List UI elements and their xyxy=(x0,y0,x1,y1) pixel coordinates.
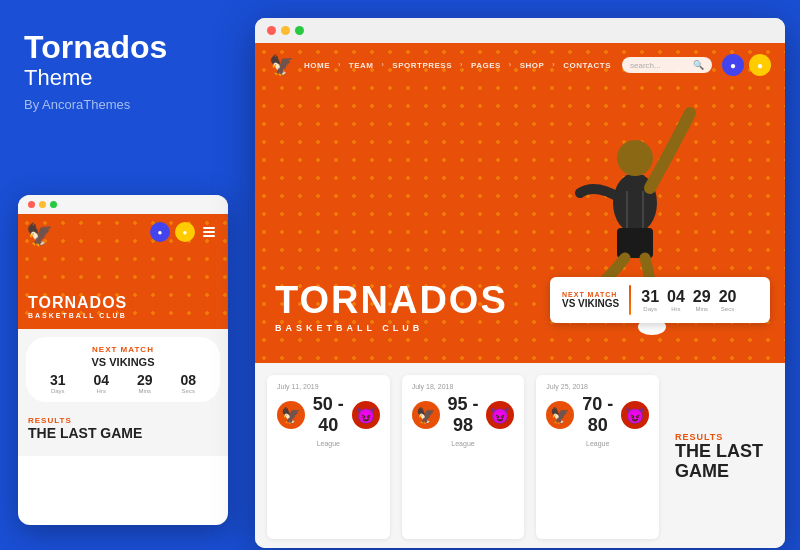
nav-link-sep0: › xyxy=(338,61,341,70)
mobile-nav-icon-yellow: ● xyxy=(175,222,195,242)
team-badge-vikings-1: 😈 xyxy=(352,401,380,429)
desktop-hero: 🦅 HOME › TEAM › SPORTPRESS › PAGES › SHO… xyxy=(255,43,785,363)
mobile-nav-icons: ● ● xyxy=(150,222,218,242)
desktop-nav: 🦅 HOME › TEAM › SPORTPRESS › PAGES › SHO… xyxy=(255,43,785,87)
desktop-nm-left: NEXT MATCH VS VIKINGS xyxy=(562,291,619,309)
brand-by: By AncoraThemes xyxy=(24,97,216,112)
hero-content: TORNADOS BASKETBALL CLUB xyxy=(275,281,508,333)
nav-link-sep4: › xyxy=(552,61,555,70)
nav-link-sep2: › xyxy=(460,61,463,70)
search-placeholder: search... xyxy=(630,61,688,70)
mobile-countdown-mins: 29 Mins xyxy=(137,372,153,394)
nav-link-team[interactable]: TEAM xyxy=(349,61,374,70)
desktop-nm-mins: 29 Mins xyxy=(693,288,711,312)
team-badge-tornados-1: 🦅 xyxy=(277,401,305,429)
mobile-countdown-secs: 08 Secs xyxy=(180,372,196,394)
nav-blue-icon[interactable]: ● xyxy=(722,54,744,76)
desktop-nm-countdown: 31 Days 04 Hrs 29 Mins 20 Secs xyxy=(641,288,736,312)
desktop-nav-links: HOME › TEAM › SPORTPRESS › PAGES › SHOP … xyxy=(304,61,612,70)
result-card-1: July 11, 2019 🦅 50 - 40 😈 League xyxy=(267,375,390,539)
desktop-logo: 🦅 xyxy=(269,53,294,77)
desktop-results-area: July 11, 2019 🦅 50 - 40 😈 League July 18… xyxy=(255,363,785,548)
nav-link-pages[interactable]: PAGES xyxy=(471,61,501,70)
hamburger-icon[interactable] xyxy=(200,223,218,241)
brand-subtitle: Theme xyxy=(24,65,216,91)
nav-link-sep3: › xyxy=(509,61,512,70)
result-card-3: July 25, 2018 🦅 70 - 80 😈 League xyxy=(536,375,659,539)
desktop-next-match-widget: NEXT MATCH VS VIKINGS 31 Days 04 Hrs 29 … xyxy=(550,277,770,323)
nav-yellow-icon[interactable]: ● xyxy=(749,54,771,76)
hero-subtitle: BASKETBALL CLUB xyxy=(275,323,508,333)
desktop-nm-divider xyxy=(629,285,631,315)
nav-link-home[interactable]: HOME xyxy=(304,61,330,70)
mobile-nav-icon-blue: ● xyxy=(150,222,170,242)
search-icon[interactable]: 🔍 xyxy=(693,60,704,70)
mobile-next-match: NEXT MATCH VS VIKINGS 31 Days 04 Hrs 29 … xyxy=(26,337,220,402)
desktop-dot-yellow xyxy=(281,26,290,35)
nav-link-contacts[interactable]: CONTACTS xyxy=(563,61,611,70)
desktop-dot-green xyxy=(295,26,304,35)
mobile-countdown-days: 31 Days xyxy=(50,372,66,394)
desktop-nm-secs: 20 Secs xyxy=(719,288,737,312)
mobile-dot-green xyxy=(50,201,57,208)
result-score-row-2: 🦅 95 - 98 😈 xyxy=(412,394,515,436)
left-panel: Tornados Theme By AncoraThemes ● ● 🦅 TOR… xyxy=(0,0,240,550)
mobile-hero: ● ● 🦅 TORNADOS BASKETBALL CLUB xyxy=(18,214,228,329)
desktop-dot-red xyxy=(267,26,276,35)
mobile-countdown: 31 Days 04 Hrs 29 Mins 08 Secs xyxy=(36,372,210,394)
mobile-countdown-hrs: 04 Hrs xyxy=(93,372,109,394)
nav-link-shop[interactable]: SHOP xyxy=(520,61,545,70)
desktop-nav-icons-right: ● ● xyxy=(722,54,771,76)
nav-link-sportpress[interactable]: SPORTPRESS xyxy=(392,61,452,70)
desktop-nm-days: 31 Days xyxy=(641,288,659,312)
desktop-titlebar xyxy=(255,18,785,43)
last-game-card: RESULTS THE LAST GAME xyxy=(665,363,785,548)
mobile-team-title: TORNADOS BASKETBALL CLUB xyxy=(28,294,127,319)
result-score-row-3: 🦅 70 - 80 😈 xyxy=(546,394,649,436)
hero-title: TORNADOS xyxy=(275,281,508,319)
team-badge-vikings-3: 😈 xyxy=(621,401,649,429)
desktop-nm-hrs: 04 Hrs xyxy=(667,288,685,312)
desktop-search[interactable]: search... 🔍 xyxy=(622,57,712,73)
mobile-results: RESULTS THE LAST GAME xyxy=(26,410,220,448)
team-badge-tornados-3: 🦅 xyxy=(546,401,574,429)
mobile-content: NEXT MATCH VS VIKINGS 31 Days 04 Hrs 29 … xyxy=(18,329,228,456)
mobile-mockup: ● ● 🦅 TORNADOS BASKETBALL CLUB NEXT MATC… xyxy=(18,195,228,525)
mobile-dot-red xyxy=(28,201,35,208)
mobile-logo: 🦅 xyxy=(26,222,53,248)
nav-link-sep1: › xyxy=(382,61,385,70)
desktop-mockup: 🦅 HOME › TEAM › SPORTPRESS › PAGES › SHO… xyxy=(255,18,785,548)
team-badge-tornados-2: 🦅 xyxy=(412,401,440,429)
mobile-titlebar xyxy=(18,195,228,214)
result-card-2: July 18, 2018 🦅 95 - 98 😈 League xyxy=(402,375,525,539)
team-badge-vikings-2: 😈 xyxy=(486,401,514,429)
brand-title: Tornados xyxy=(24,30,216,65)
mobile-dot-yellow xyxy=(39,201,46,208)
svg-point-1 xyxy=(617,140,653,176)
result-score-row-1: 🦅 50 - 40 😈 xyxy=(277,394,380,436)
